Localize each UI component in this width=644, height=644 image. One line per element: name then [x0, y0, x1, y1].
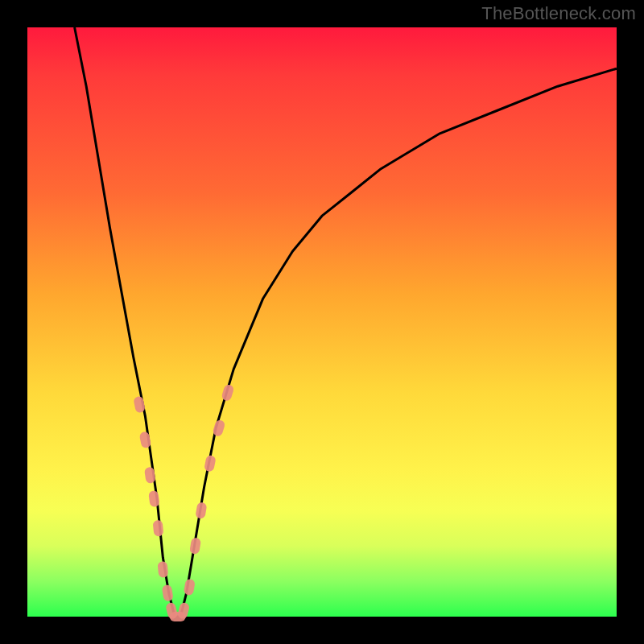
- marker-point: [189, 537, 201, 555]
- marker-point: [221, 383, 234, 402]
- marker-point: [157, 561, 168, 578]
- curve-layer: [27, 27, 617, 617]
- marker-point: [184, 579, 196, 597]
- marker-point: [148, 490, 160, 507]
- watermark-text: TheBottleneck.com: [481, 3, 636, 24]
- marker-point: [144, 467, 156, 484]
- plot-area: [27, 27, 617, 617]
- marker-point: [153, 520, 164, 537]
- marker-point: [204, 455, 217, 473]
- marker-point: [195, 502, 207, 519]
- marker-point: [162, 584, 174, 602]
- chart-frame: TheBottleneck.com: [0, 0, 644, 644]
